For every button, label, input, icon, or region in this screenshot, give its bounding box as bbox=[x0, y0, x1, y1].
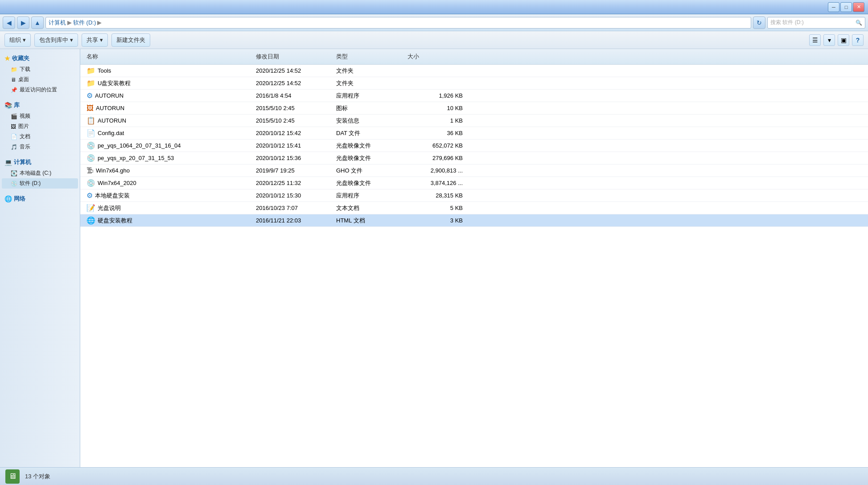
column-header-size[interactable]: 大小 bbox=[405, 51, 472, 62]
file-name-cell: 📁 U盘安装教程 bbox=[84, 78, 253, 88]
up-button[interactable]: ▲ bbox=[31, 16, 44, 29]
column-header-name[interactable]: 名称 bbox=[84, 51, 253, 62]
sidebar-item-downloads[interactable]: 📁 下载 bbox=[2, 64, 78, 74]
sidebar-item-desktop[interactable]: 🖥 桌面 bbox=[2, 74, 78, 85]
file-name: AUTORUN bbox=[96, 105, 124, 111]
sidebar-item-software-d[interactable]: 💿 软件 (D:) bbox=[2, 178, 78, 189]
share-label: 共享 bbox=[86, 36, 98, 44]
sidebar-item-local-c[interactable]: 💽 本地磁盘 (C:) bbox=[2, 168, 78, 178]
table-row[interactable]: 💿 pe_yqs_xp_20_07_31_15_53 2020/10/12 15… bbox=[80, 152, 868, 164]
file-name: 硬盘安装教程 bbox=[98, 217, 132, 225]
file-modified-cell: 2020/10/12 15:41 bbox=[253, 141, 333, 150]
table-row[interactable]: 💿 pe_yqs_1064_20_07_31_16_04 2020/10/12 … bbox=[80, 140, 868, 152]
file-type: HTML 文档 bbox=[336, 217, 365, 225]
preview-pane-button[interactable]: ▣ bbox=[838, 34, 849, 46]
sidebar-item-music[interactable]: 🎵 音乐 bbox=[2, 142, 78, 152]
file-size: 10 KB bbox=[447, 105, 463, 111]
close-button[interactable]: ✕ bbox=[853, 2, 864, 12]
organize-button[interactable]: 组织 ▾ bbox=[4, 33, 31, 47]
sidebar-network-section[interactable]: 🌐 网络 bbox=[2, 193, 78, 205]
search-placeholder: 搜索 软件 (D:) bbox=[770, 19, 804, 26]
file-size-cell: 279,696 KB bbox=[405, 154, 472, 162]
file-type-icon: 📋 bbox=[86, 116, 95, 125]
file-size-cell: 5 KB bbox=[405, 204, 472, 212]
network-icon: 🌐 bbox=[4, 195, 12, 202]
view-icon: ☰ bbox=[812, 37, 818, 44]
share-dropdown-icon: ▾ bbox=[100, 37, 103, 43]
table-row[interactable]: 📁 U盘安装教程 2020/12/25 14:52 文件夹 bbox=[80, 77, 868, 90]
breadcrumb-sep-1: ▶ bbox=[67, 19, 72, 26]
back-button[interactable]: ◀ bbox=[3, 16, 15, 29]
view-dropdown-icon: ▾ bbox=[828, 37, 831, 44]
sidebar-computer-section[interactable]: 💻 计算机 bbox=[2, 156, 78, 168]
table-row[interactable]: 🗜 Win7x64.gho 2019/9/7 19:25 GHO 文件 2,90… bbox=[80, 164, 868, 177]
file-list-header: 名称 修改日期 类型 大小 bbox=[80, 49, 868, 65]
view-toggle-button[interactable]: ☰ bbox=[809, 34, 821, 46]
include-library-button[interactable]: 包含到库中 ▾ bbox=[34, 33, 78, 47]
sidebar-favorites-section[interactable]: ★ 收藏夹 bbox=[2, 53, 78, 64]
downloads-label: 下载 bbox=[20, 66, 30, 73]
table-row[interactable]: 🌐 硬盘安装教程 2016/11/21 22:03 HTML 文档 3 KB bbox=[80, 214, 868, 227]
file-type-cell: 应用程序 bbox=[333, 91, 405, 101]
search-icon: 🔍 bbox=[856, 20, 862, 26]
file-modified-cell: 2020/12/25 14:52 bbox=[253, 66, 333, 75]
file-type-icon: 🖼 bbox=[86, 104, 94, 112]
table-row[interactable]: 📋 AUTORUN 2015/5/10 2:45 安装信息 1 KB bbox=[80, 115, 868, 127]
file-size-cell: 28,315 KB bbox=[405, 191, 472, 200]
table-row[interactable]: ⚙ 本地硬盘安装 2020/10/12 15:30 应用程序 28,315 KB bbox=[80, 189, 868, 202]
file-size: 28,315 KB bbox=[436, 192, 463, 199]
file-size: 3,874,126 ... bbox=[431, 180, 463, 186]
table-row[interactable]: 💿 Win7x64_2020 2020/12/25 11:32 光盘映像文件 3… bbox=[80, 177, 868, 189]
file-modified-cell: 2020/12/25 11:32 bbox=[253, 179, 333, 187]
view-dropdown-button[interactable]: ▾ bbox=[823, 34, 835, 46]
sidebar-item-video[interactable]: 🎬 视频 bbox=[2, 111, 78, 121]
toolbar: 组织 ▾ 包含到库中 ▾ 共享 ▾ 新建文件夹 ☰ ▾ ▣ ? bbox=[0, 31, 868, 49]
breadcrumb-computer[interactable]: 计算机 bbox=[49, 19, 66, 27]
table-row[interactable]: 📁 Tools 2020/12/25 14:52 文件夹 bbox=[80, 65, 868, 77]
image-label: 图片 bbox=[18, 123, 29, 130]
help-button[interactable]: ? bbox=[852, 34, 864, 46]
sidebar-library-section[interactable]: 📚 库 bbox=[2, 99, 78, 111]
file-modified: 2020/12/25 11:32 bbox=[256, 180, 301, 186]
sidebar-item-recent[interactable]: 📌 最近访问的位置 bbox=[2, 85, 78, 95]
column-header-type[interactable]: 类型 bbox=[333, 51, 405, 62]
forward-button[interactable]: ▶ bbox=[17, 16, 29, 29]
preview-icon: ▣ bbox=[841, 37, 847, 44]
column-header-modified[interactable]: 修改日期 bbox=[253, 51, 333, 62]
downloads-icon: 📁 bbox=[11, 66, 17, 73]
file-type-cell: 文件夹 bbox=[333, 66, 405, 76]
search-bar[interactable]: 搜索 软件 (D:) 🔍 bbox=[767, 17, 865, 29]
file-type: 应用程序 bbox=[336, 192, 359, 200]
file-modified: 2016/1/8 4:54 bbox=[256, 92, 292, 99]
file-name: 光盘说明 bbox=[98, 204, 121, 212]
file-size-cell: 3,874,126 ... bbox=[405, 179, 472, 187]
breadcrumb[interactable]: 计算机 ▶ 软件 (D:) ▶ bbox=[45, 17, 751, 29]
refresh-button[interactable]: ↻ bbox=[753, 16, 765, 29]
file-name-cell: 💿 pe_yqs_xp_20_07_31_15_53 bbox=[84, 153, 253, 163]
maximize-button[interactable]: □ bbox=[840, 2, 852, 12]
table-row[interactable]: 📝 光盘说明 2016/10/23 7:07 文本文档 5 KB bbox=[80, 202, 868, 214]
file-name: pe_yqs_1064_20_07_31_16_04 bbox=[98, 142, 181, 149]
file-modified: 2019/9/7 19:25 bbox=[256, 167, 295, 174]
file-type-icon: 🗜 bbox=[86, 167, 94, 175]
file-type-icon: 📁 bbox=[86, 66, 95, 75]
minimize-button[interactable]: ─ bbox=[828, 2, 839, 12]
breadcrumb-sep-2: ▶ bbox=[97, 19, 102, 26]
table-row[interactable]: 📄 Config.dat 2020/10/12 15:42 DAT 文件 36 … bbox=[80, 127, 868, 140]
sidebar-item-document[interactable]: 📄 文档 bbox=[2, 132, 78, 142]
sidebar-item-image[interactable]: 🖼 图片 bbox=[2, 121, 78, 132]
file-modified-cell: 2015/5/10 2:45 bbox=[253, 116, 333, 125]
file-type-cell: 文件夹 bbox=[333, 78, 405, 88]
breadcrumb-drive[interactable]: 软件 (D:) bbox=[73, 19, 96, 27]
file-type-cell: 文本文档 bbox=[333, 203, 405, 213]
local-c-icon: 💽 bbox=[11, 170, 17, 177]
table-row[interactable]: ⚙ AUTORUN 2016/1/8 4:54 应用程序 1,926 KB bbox=[80, 90, 868, 102]
main-area: ★ 收藏夹 📁 下载 🖥 桌面 📌 最近访问的位置 📚 库 🎬 视频 🖼 图片 bbox=[0, 49, 868, 467]
new-folder-button[interactable]: 新建文件夹 bbox=[111, 33, 150, 47]
file-type: 光盘映像文件 bbox=[336, 179, 371, 187]
table-row[interactable]: 🖼 AUTORUN 2015/5/10 2:45 图标 10 KB bbox=[80, 102, 868, 115]
file-type: 安装信息 bbox=[336, 117, 359, 125]
file-name: U盘安装教程 bbox=[98, 79, 131, 87]
share-button[interactable]: 共享 ▾ bbox=[82, 33, 108, 47]
favorites-label: 收藏夹 bbox=[12, 54, 29, 62]
